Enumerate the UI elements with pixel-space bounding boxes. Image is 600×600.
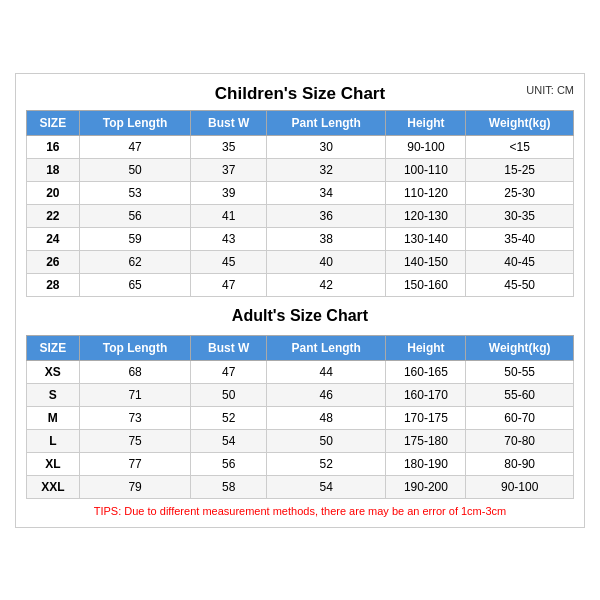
table-cell: 53 bbox=[79, 181, 191, 204]
adults-col-bust-w: Bust W bbox=[191, 335, 267, 360]
table-cell: 40 bbox=[267, 250, 386, 273]
children-size-table: SIZE Top Length Bust W Pant Length Heigh… bbox=[26, 110, 574, 297]
table-cell: 20 bbox=[27, 181, 80, 204]
table-cell: XXL bbox=[27, 475, 80, 498]
table-cell: 36 bbox=[267, 204, 386, 227]
table-cell: 68 bbox=[79, 360, 191, 383]
table-cell: 40-45 bbox=[466, 250, 574, 273]
table-cell: 44 bbox=[267, 360, 386, 383]
table-cell: 150-160 bbox=[386, 273, 466, 296]
table-cell: 37 bbox=[191, 158, 267, 181]
table-row: XXL795854190-20090-100 bbox=[27, 475, 574, 498]
table-cell: 15-25 bbox=[466, 158, 574, 181]
table-cell: 26 bbox=[27, 250, 80, 273]
table-row: L755450175-18070-80 bbox=[27, 429, 574, 452]
table-cell: 47 bbox=[191, 360, 267, 383]
adults-header-row: SIZE Top Length Bust W Pant Length Heigh… bbox=[27, 335, 574, 360]
table-cell: 52 bbox=[267, 452, 386, 475]
table-cell: 30 bbox=[267, 135, 386, 158]
table-cell: XL bbox=[27, 452, 80, 475]
table-cell: 42 bbox=[267, 273, 386, 296]
table-row: 22564136120-13030-35 bbox=[27, 204, 574, 227]
children-col-size: SIZE bbox=[27, 110, 80, 135]
table-cell: 140-150 bbox=[386, 250, 466, 273]
table-cell: 180-190 bbox=[386, 452, 466, 475]
children-header-row: SIZE Top Length Bust W Pant Length Heigh… bbox=[27, 110, 574, 135]
table-cell: 47 bbox=[191, 273, 267, 296]
table-cell: 170-175 bbox=[386, 406, 466, 429]
table-row: 1647353090-100<15 bbox=[27, 135, 574, 158]
table-cell: 45 bbox=[191, 250, 267, 273]
table-cell: 52 bbox=[191, 406, 267, 429]
table-cell: 55-60 bbox=[466, 383, 574, 406]
table-cell: 175-180 bbox=[386, 429, 466, 452]
children-col-weight: Weight(kg) bbox=[466, 110, 574, 135]
table-cell: 120-130 bbox=[386, 204, 466, 227]
adults-col-height: Height bbox=[386, 335, 466, 360]
table-cell: 100-110 bbox=[386, 158, 466, 181]
table-cell: 73 bbox=[79, 406, 191, 429]
table-cell: 62 bbox=[79, 250, 191, 273]
table-cell: 75 bbox=[79, 429, 191, 452]
adults-col-weight: Weight(kg) bbox=[466, 335, 574, 360]
table-cell: 24 bbox=[27, 227, 80, 250]
table-row: XS684744160-16550-55 bbox=[27, 360, 574, 383]
table-cell: 190-200 bbox=[386, 475, 466, 498]
table-cell: 54 bbox=[191, 429, 267, 452]
table-cell: 90-100 bbox=[466, 475, 574, 498]
table-cell: 160-165 bbox=[386, 360, 466, 383]
table-cell: 32 bbox=[267, 158, 386, 181]
table-cell: 65 bbox=[79, 273, 191, 296]
table-cell: 130-140 bbox=[386, 227, 466, 250]
table-cell: 25-30 bbox=[466, 181, 574, 204]
table-cell: XS bbox=[27, 360, 80, 383]
unit-label: UNIT: CM bbox=[526, 84, 574, 96]
table-cell: 38 bbox=[267, 227, 386, 250]
table-cell: 50-55 bbox=[466, 360, 574, 383]
adults-title-row: Adult's Size Chart bbox=[26, 301, 574, 331]
table-cell: 110-120 bbox=[386, 181, 466, 204]
table-cell: 160-170 bbox=[386, 383, 466, 406]
table-row: 20533934110-12025-30 bbox=[27, 181, 574, 204]
table-row: 24594338130-14035-40 bbox=[27, 227, 574, 250]
table-cell: 28 bbox=[27, 273, 80, 296]
table-cell: 47 bbox=[79, 135, 191, 158]
adults-chart-title: Adult's Size Chart bbox=[26, 301, 574, 331]
table-row: 28654742150-16045-50 bbox=[27, 273, 574, 296]
table-cell: 79 bbox=[79, 475, 191, 498]
table-cell: 50 bbox=[79, 158, 191, 181]
table-cell: 90-100 bbox=[386, 135, 466, 158]
table-row: M735248170-17560-70 bbox=[27, 406, 574, 429]
table-cell: 70-80 bbox=[466, 429, 574, 452]
table-cell: 35 bbox=[191, 135, 267, 158]
table-cell: 46 bbox=[267, 383, 386, 406]
children-col-pant-length: Pant Length bbox=[267, 110, 386, 135]
table-cell: L bbox=[27, 429, 80, 452]
adults-col-top-length: Top Length bbox=[79, 335, 191, 360]
table-cell: 34 bbox=[267, 181, 386, 204]
table-cell: 22 bbox=[27, 204, 80, 227]
table-row: 18503732100-11015-25 bbox=[27, 158, 574, 181]
table-row: S715046160-17055-60 bbox=[27, 383, 574, 406]
table-cell: 60-70 bbox=[466, 406, 574, 429]
children-title-row: Children's Size Chart UNIT: CM bbox=[26, 84, 574, 104]
table-cell: <15 bbox=[466, 135, 574, 158]
children-col-bust-w: Bust W bbox=[191, 110, 267, 135]
table-cell: 59 bbox=[79, 227, 191, 250]
table-cell: S bbox=[27, 383, 80, 406]
table-cell: 16 bbox=[27, 135, 80, 158]
table-row: XL775652180-19080-90 bbox=[27, 452, 574, 475]
adults-title-table: Adult's Size Chart bbox=[26, 301, 574, 331]
table-cell: M bbox=[27, 406, 80, 429]
table-cell: 50 bbox=[267, 429, 386, 452]
table-cell: 39 bbox=[191, 181, 267, 204]
table-cell: 54 bbox=[267, 475, 386, 498]
table-cell: 71 bbox=[79, 383, 191, 406]
adults-col-pant-length: Pant Length bbox=[267, 335, 386, 360]
table-cell: 30-35 bbox=[466, 204, 574, 227]
table-cell: 56 bbox=[79, 204, 191, 227]
adults-col-size: SIZE bbox=[27, 335, 80, 360]
children-col-height: Height bbox=[386, 110, 466, 135]
table-cell: 77 bbox=[79, 452, 191, 475]
table-cell: 18 bbox=[27, 158, 80, 181]
